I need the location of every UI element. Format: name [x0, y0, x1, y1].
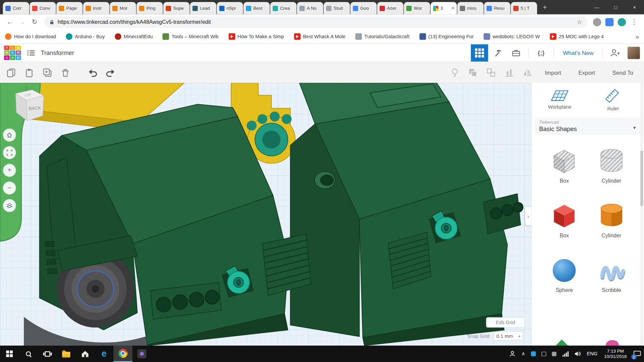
browser-tab-active-tinkercad[interactable]: 3×: [431, 2, 457, 14]
browser-tab[interactable]: A No: [297, 2, 323, 14]
bookmark-star-icon[interactable]: ☆: [577, 18, 582, 25]
site-info-lock-icon[interactable]: [49, 19, 54, 25]
tab-close-icon[interactable]: ×: [451, 5, 454, 11]
workplane-canvas[interactable]: TOP BACK + − › Edit Grid Snap Gr: [0, 83, 531, 346]
send-to-button[interactable]: Send To: [607, 69, 638, 76]
address-bar[interactable]: ☆: [44, 16, 587, 27]
bookmarks-overflow-icon[interactable]: »: [636, 33, 639, 40]
browser-tab[interactable]: Lead: [190, 2, 216, 14]
bookmark-item[interactable]: 25 MOC with Lego 4: [550, 33, 604, 40]
copy-icon[interactable]: [6, 67, 16, 78]
bookmark-item[interactable]: Tutorials/Galacticraft: [355, 33, 409, 40]
zoom-in-button[interactable]: +: [3, 164, 16, 177]
tray-app-box[interactable]: [539, 346, 549, 362]
partial-shape-cone[interactable]: [555, 340, 568, 346]
browser-tab[interactable]: Resu: [484, 2, 510, 14]
shape-scribble[interactable]: Scribble: [596, 255, 627, 293]
tray-app-gray[interactable]: [549, 346, 559, 362]
bookmark-item[interactable]: Arduino - Buy: [66, 33, 105, 40]
3d-scene[interactable]: [0, 83, 531, 346]
start-button[interactable]: [0, 346, 19, 362]
edit-grid-button[interactable]: Edit Grid: [486, 318, 524, 327]
truck-right[interactable]: [290, 83, 523, 346]
undo-icon[interactable]: [87, 67, 98, 78]
window-minimize-button[interactable]: —: [587, 0, 606, 14]
shape-hole-cylinder[interactable]: Cylinder: [596, 146, 627, 184]
bookmark-item[interactable]: MinecraftEdu: [115, 33, 153, 40]
user-avatar[interactable]: [628, 47, 640, 59]
bookmark-item[interactable]: wedobots: LEGO® W: [483, 33, 540, 40]
home-app-button[interactable]: [76, 346, 95, 362]
panel-scrollbar[interactable]: [640, 83, 643, 346]
fit-view-button[interactable]: [3, 146, 16, 159]
portfolio-briefcase-button[interactable]: [508, 45, 524, 61]
browser-tab[interactable]: Best: [244, 2, 270, 14]
view-cube[interactable]: TOP BACK: [8, 88, 48, 125]
browser-tab[interactable]: Wor: [404, 2, 430, 14]
scrollbar-thumb[interactable]: [640, 150, 643, 206]
browser-tab[interactable]: Page: [56, 2, 83, 14]
shape-box[interactable]: Box: [549, 200, 580, 239]
shape-category-dropdown[interactable]: Tinkercad Basic Shapes ▾: [535, 117, 641, 135]
chrome-button[interactable]: [113, 346, 132, 362]
dashboard-grid-button[interactable]: [471, 44, 488, 61]
language-indicator[interactable]: ENG: [584, 346, 600, 362]
design-menu-icon[interactable]: [27, 49, 35, 56]
shape-cylinder[interactable]: Cylinder: [596, 200, 627, 239]
workplane-button[interactable]: Workplane: [534, 88, 585, 112]
ungroup-icon[interactable]: [486, 67, 496, 78]
network-button[interactable]: [559, 346, 572, 362]
codeblocks-button[interactable]: {;}: [533, 45, 549, 61]
panel-collapse-handle[interactable]: ›: [525, 207, 531, 225]
paste-icon[interactable]: [24, 67, 35, 78]
mirror-flip-icon[interactable]: [522, 67, 533, 78]
refresh-button[interactable]: ↻: [29, 18, 40, 26]
export-button[interactable]: Export: [574, 69, 600, 76]
new-tab-button[interactable]: +: [539, 2, 550, 13]
volume-button[interactable]: [572, 346, 584, 362]
extension-icon-3[interactable]: [618, 18, 626, 26]
tinkercad-logo[interactable]: T I N K E R C A D: [4, 46, 21, 60]
file-explorer-button[interactable]: [57, 346, 75, 362]
bookmark-item[interactable]: (13) Engineering For: [419, 33, 474, 40]
design-title[interactable]: Transformer: [41, 49, 74, 56]
duplicate-icon[interactable]: [42, 67, 53, 78]
group-icon[interactable]: [468, 67, 478, 78]
browser-tab[interactable]: miss: [457, 2, 483, 14]
bookmark-item[interactable]: How do I download: [5, 33, 56, 40]
browser-tab[interactable]: Supe: [163, 2, 190, 14]
edge-button[interactable]: e: [95, 346, 113, 362]
invite-person-button[interactable]: [607, 45, 624, 61]
browser-tab[interactable]: Crea: [270, 2, 297, 14]
bookmark-item[interactable]: How To Make a Simp: [228, 33, 284, 40]
browser-tab[interactable]: Mot: [110, 2, 136, 14]
bookmark-item[interactable]: Tools – Minecraft Wik: [163, 33, 219, 40]
search-button[interactable]: [19, 346, 38, 362]
align-icon[interactable]: [504, 67, 515, 78]
browser-menu-icon[interactable]: ⋮: [628, 18, 640, 26]
browser-tab[interactable]: Corr: [3, 2, 29, 14]
window-close-button[interactable]: ×: [625, 0, 644, 14]
browser-tab[interactable]: Goo: [351, 2, 377, 14]
task-view-button[interactable]: [38, 346, 57, 362]
people-button[interactable]: [506, 346, 519, 362]
lightbulb-show-icon[interactable]: [449, 67, 460, 78]
tinker-pickaxe-button[interactable]: [490, 45, 506, 61]
browser-tab[interactable]: nSpi: [217, 2, 243, 14]
extension-icon-2[interactable]: [605, 18, 614, 26]
shape-sphere[interactable]: Sphere: [549, 255, 580, 293]
browser-tab[interactable]: Instr: [83, 2, 109, 14]
clock[interactable]: 7:13 PM 10/31/2018: [600, 346, 631, 362]
partial-shape-dome[interactable]: [606, 340, 619, 346]
browser-tab[interactable]: Azer: [377, 2, 403, 14]
ruler-button[interactable]: Ruler: [588, 88, 639, 112]
browser-tab[interactable]: 5 | T: [511, 2, 537, 14]
browser-tab[interactable]: Conv: [30, 2, 56, 14]
perspective-toggle-button[interactable]: [3, 199, 16, 212]
home-view-button[interactable]: [3, 129, 16, 141]
whats-new-link[interactable]: What's New: [563, 50, 593, 56]
back-button[interactable]: ←: [4, 18, 15, 25]
redo-icon[interactable]: [105, 67, 116, 78]
shape-hole-box[interactable]: Box: [549, 146, 580, 184]
bookmark-item[interactable]: Best Whack A Mole: [294, 33, 345, 40]
